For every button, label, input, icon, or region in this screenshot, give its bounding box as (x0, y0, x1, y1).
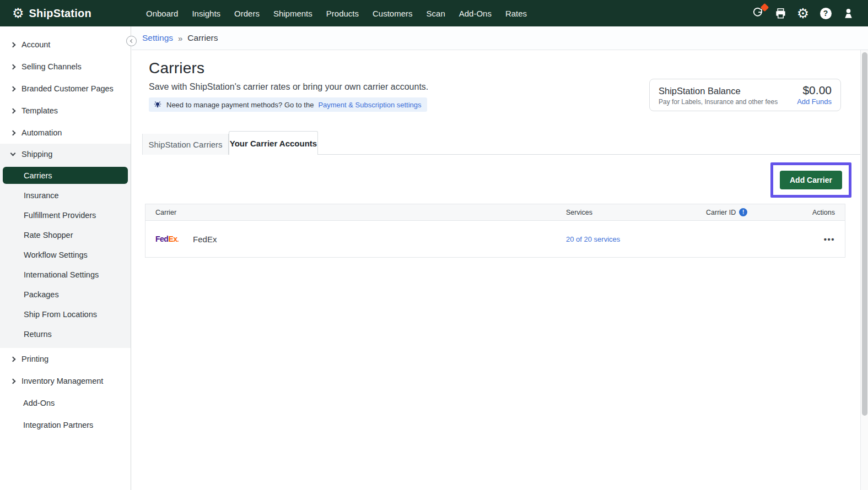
tip-text: Need to manage payment methods? Go to th… (166, 101, 314, 109)
add-carrier-highlight-box: Add Carrier (770, 162, 851, 198)
sidebar-item-label: Automation (21, 128, 62, 137)
sidebar-item-add-ons[interactable]: Add-Ons (0, 392, 131, 414)
balance-description: Pay for Labels, Insurance and other fees (659, 98, 778, 106)
nav-insights[interactable]: Insights (192, 9, 220, 18)
scrollbar-track[interactable] (860, 50, 868, 490)
services-link[interactable]: 20 of 20 services (566, 235, 706, 243)
scrollbar-thumb[interactable] (862, 52, 867, 416)
sidebar-item-automation[interactable]: Automation (0, 122, 131, 144)
breadcrumb-settings-link[interactable]: Settings (142, 33, 173, 43)
carrier-id-label: Carrier ID (706, 209, 736, 216)
page-title: Carriers (149, 59, 868, 77)
nav-products[interactable]: Products (326, 9, 359, 18)
refresh-icon[interactable] (751, 7, 764, 20)
chevron-right-icon (10, 64, 16, 69)
sidebar-item-label: Branded Customer Pages (21, 84, 114, 93)
sidebar-item-label: Integration Partners (23, 421, 93, 429)
payment-subscription-settings-link[interactable]: Payment & Subscription settings (318, 101, 421, 109)
balance-amount: $0.00 (802, 84, 832, 97)
sidebar-item-label: Add-Ons (23, 399, 55, 407)
column-header-carrier-id: Carrier ID ! (706, 208, 794, 216)
sidebar-item-fulfillment-providers[interactable]: Fulfillment Providers (0, 205, 131, 225)
sidebar-item-inventory-management[interactable]: Inventory Management (0, 370, 131, 392)
settings-sidebar: Account Selling Channels Branded Custome… (0, 26, 131, 490)
sidebar-item-label: Inventory Management (21, 377, 103, 385)
sidebar-item-selling-channels[interactable]: Selling Channels (0, 56, 131, 78)
chevron-right-icon (10, 42, 16, 47)
chevron-right-icon (10, 108, 16, 113)
sidebar-item-rate-shopper[interactable]: Rate Shopper (0, 225, 131, 245)
sidebar-item-carriers[interactable]: Carriers (3, 167, 128, 184)
help-glyph: ? (820, 8, 832, 19)
chevron-right-icon (10, 130, 16, 135)
lightbulb-icon (153, 100, 162, 109)
balance-card: ShipStation Balance $0.00 Pay for Labels… (649, 79, 841, 111)
nav-rates[interactable]: Rates (505, 9, 527, 18)
nav-orders[interactable]: Orders (234, 9, 260, 18)
shipstation-logo-icon: ⚙ (12, 7, 24, 20)
carrier-cell: FedEx. FedEx (155, 235, 566, 244)
tab-your-carrier-accounts[interactable]: Your Carrier Accounts (229, 131, 318, 155)
sidebar-item-label: Shipping (21, 150, 52, 159)
chevron-down-icon (10, 151, 16, 156)
topbar-icon-group: ⚙ ? (751, 0, 855, 26)
carrier-name: FedEx (193, 235, 217, 244)
nav-add-ons[interactable]: Add-Ons (459, 9, 492, 18)
sidebar-item-printing[interactable]: Printing (0, 348, 131, 370)
gear-icon[interactable]: ⚙ (796, 7, 810, 20)
tab-shipstation-carriers[interactable]: ShipStation Carriers (142, 134, 229, 155)
shipstation-logo[interactable]: ⚙ ShipStation (12, 0, 91, 26)
sidebar-item-branded-customer-pages[interactable]: Branded Customer Pages (0, 78, 131, 100)
printer-icon[interactable] (774, 7, 787, 20)
column-header-carrier: Carrier (155, 209, 566, 216)
breadcrumb-separator: » (178, 34, 182, 43)
fedex-logo-icon: FedEx. (155, 235, 179, 243)
sidebar-item-workflow-settings[interactable]: Workflow Settings (0, 245, 131, 265)
table-header-row: Carrier Services Carrier ID ! Actions (145, 204, 845, 221)
chevron-right-icon (10, 356, 16, 362)
sidebar-section-shipping: Shipping Carriers Insurance Fulfillment … (0, 144, 131, 348)
column-header-actions: Actions (794, 209, 835, 216)
column-header-services: Services (566, 209, 706, 216)
user-icon[interactable] (842, 7, 855, 20)
table-row: FedEx. FedEx 20 of 20 services ••• (145, 221, 845, 257)
chevron-right-icon (10, 378, 16, 384)
sidebar-item-label: Selling Channels (21, 62, 82, 71)
sidebar-item-shipping[interactable]: Shipping (0, 144, 131, 165)
balance-title: ShipStation Balance (659, 86, 741, 96)
brand-name: ShipStation (29, 7, 91, 20)
sidebar-item-label: Templates (21, 106, 58, 115)
primary-nav: Onboard Insights Orders Shipments Produc… (146, 0, 527, 26)
sidebar-item-integration-partners[interactable]: Integration Partners (0, 414, 131, 436)
nav-scan[interactable]: Scan (427, 9, 445, 18)
sidebar-item-templates[interactable]: Templates (0, 100, 131, 122)
top-navigation-bar: ⚙ ShipStation Onboard Insights Orders Sh… (0, 0, 868, 26)
payment-tip-banner: Need to manage payment methods? Go to th… (149, 97, 427, 112)
chevron-right-icon (10, 86, 16, 91)
nav-onboard[interactable]: Onboard (146, 9, 178, 18)
sidebar-item-ship-from-locations[interactable]: Ship From Locations (0, 304, 131, 324)
sidebar-collapse-button[interactable] (126, 36, 137, 46)
carrier-tabs: ShipStation Carriers Your Carrier Accoun… (142, 131, 860, 155)
sidebar-item-label: Printing (21, 355, 48, 363)
sidebar-item-account[interactable]: Account (0, 34, 131, 56)
help-icon[interactable]: ? (819, 7, 832, 20)
add-funds-link[interactable]: Add Funds (797, 97, 832, 106)
carrier-accounts-table: Carrier Services Carrier ID ! Actions Fe… (145, 204, 845, 258)
row-actions-menu-icon[interactable]: ••• (794, 235, 835, 244)
shipstation-app: ⚙ ShipStation Onboard Insights Orders Sh… (0, 0, 868, 490)
breadcrumb: Settings » Carriers (132, 26, 868, 50)
breadcrumb-current: Carriers (187, 33, 218, 43)
sidebar-item-label: Account (21, 40, 50, 49)
sidebar-item-returns[interactable]: Returns (0, 324, 131, 344)
main-content: Settings » Carriers Carriers Save with S… (132, 26, 868, 490)
sidebar-item-packages[interactable]: Packages (0, 285, 131, 304)
chevron-left-icon (130, 39, 134, 43)
nav-shipments[interactable]: Shipments (273, 9, 312, 18)
nav-customers[interactable]: Customers (373, 9, 413, 18)
sidebar-item-insurance[interactable]: Insurance (0, 186, 131, 205)
info-icon[interactable]: ! (739, 208, 747, 216)
sidebar-item-international-settings[interactable]: International Settings (0, 265, 131, 285)
add-carrier-button[interactable]: Add Carrier (780, 171, 842, 189)
